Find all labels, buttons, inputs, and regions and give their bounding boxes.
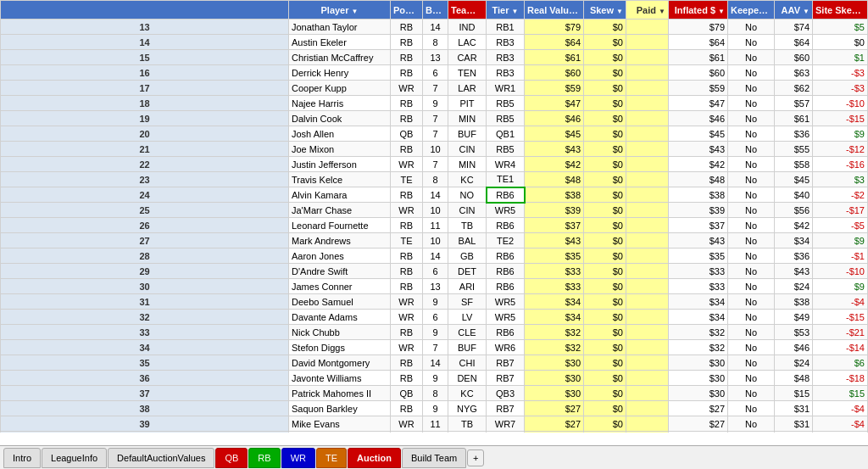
table-row[interactable]: 23Travis KelceTE8KCTE1$48$0$48No$45$3: [1, 172, 868, 187]
keeper[interactable]: No: [728, 279, 775, 294]
col-e-header[interactable]: Tier ▼: [487, 1, 525, 20]
table-row[interactable]: 38Saquon BarkleyRB9NYGRB7$27$0$27No$31-$…: [1, 401, 868, 416]
keeper[interactable]: No: [728, 111, 775, 126]
sort-icon-skew[interactable]: ▼: [616, 8, 623, 15]
paid[interactable]: [626, 340, 669, 355]
keeper[interactable]: No: [728, 432, 775, 433]
paid[interactable]: [626, 187, 669, 203]
table-row[interactable]: 32Davante AdamsWR6LVWR5$34$0$34No$49-$15: [1, 310, 868, 325]
paid[interactable]: [626, 310, 669, 325]
sort-icon-team[interactable]: ▼: [477, 8, 484, 15]
sort-icon-pos[interactable]: ▼: [413, 8, 420, 15]
tab-buildteam[interactable]: Build Team: [402, 448, 466, 468]
table-row[interactable]: 14Austin EkelerRB8LACRB3$64$0$64No$64$0: [1, 35, 868, 50]
paid[interactable]: [626, 81, 669, 96]
sort-icon-realvalue[interactable]: ▼: [576, 8, 583, 15]
paid[interactable]: [626, 355, 669, 371]
table-row[interactable]: 25Ja'Marr ChaseWR10CINWR5$39$0$39No$56-$…: [1, 203, 868, 218]
paid[interactable]: [626, 294, 669, 310]
table-row[interactable]: 34Stefon DiggsWR7BUFWR6$32$0$32No$46-$14: [1, 340, 868, 355]
keeper[interactable]: No: [728, 355, 775, 371]
paid[interactable]: [626, 35, 669, 50]
paid[interactable]: [626, 233, 669, 248]
paid[interactable]: [626, 172, 669, 187]
col-i-header[interactable]: Inflated $ ▼: [669, 1, 728, 20]
paid[interactable]: [626, 416, 669, 432]
col-k-header[interactable]: AAV ▼: [775, 1, 813, 20]
paid[interactable]: [626, 111, 669, 126]
tab-defaultauctionvalues[interactable]: DefaultAuctionValues: [108, 448, 214, 468]
paid[interactable]: [626, 325, 669, 340]
keeper[interactable]: No: [728, 203, 775, 218]
keeper[interactable]: No: [728, 386, 775, 401]
keeper[interactable]: No: [728, 20, 775, 35]
table-row[interactable]: 21Joe MixonRB10CINRB5$43$0$43No$55-$12: [1, 142, 868, 157]
keeper[interactable]: No: [728, 416, 775, 432]
keeper[interactable]: No: [728, 142, 775, 157]
keeper[interactable]: No: [728, 81, 775, 96]
tab-te[interactable]: TE: [316, 448, 347, 468]
paid[interactable]: [626, 401, 669, 416]
sort-icon-player[interactable]: ▼: [352, 8, 359, 15]
table-row[interactable]: 33Nick ChubbRB9CLERB6$32$0$32No$53-$21: [1, 325, 868, 340]
sort-icon-tier[interactable]: ▼: [512, 8, 519, 15]
paid[interactable]: [626, 371, 669, 386]
paid[interactable]: [626, 203, 669, 218]
keeper[interactable]: No: [728, 233, 775, 248]
paid[interactable]: [626, 50, 669, 65]
keeper[interactable]: No: [728, 325, 775, 340]
tab-leagueinfo[interactable]: LeagueInfo: [42, 448, 107, 468]
col-b-header[interactable]: Pos ▼: [391, 1, 423, 20]
keeper[interactable]: No: [728, 248, 775, 264]
table-row[interactable]: 28Aaron JonesRB14GBRB6$35$0$35No$36-$1: [1, 248, 868, 264]
keeper[interactable]: No: [728, 96, 775, 111]
table-row[interactable]: 26Leonard FournetteRB11TBRB6$37$0$37No$4…: [1, 218, 868, 233]
keeper[interactable]: No: [728, 218, 775, 233]
col-l-header[interactable]: Site Skew ▼: [813, 1, 868, 20]
sort-icon-aav[interactable]: ▼: [803, 8, 810, 15]
table-row[interactable]: 16Derrick HenryRB6TENRB3$60$0$60No$63-$3: [1, 65, 868, 81]
sort-icon-siteskew[interactable]: ▼: [861, 8, 867, 15]
tab-auction[interactable]: Auction: [348, 448, 401, 468]
paid[interactable]: [626, 248, 669, 264]
sort-icon-keeper[interactable]: ▼: [771, 8, 774, 15]
table-row[interactable]: 27Mark AndrewsTE10BALTE2$43$0$43No$34$9: [1, 233, 868, 248]
table-row[interactable]: 31Deebo SamuelWR9SFWR5$34$0$34No$38-$4: [1, 294, 868, 310]
keeper[interactable]: No: [728, 50, 775, 65]
keeper[interactable]: No: [728, 310, 775, 325]
paid[interactable]: [626, 386, 669, 401]
col-g-header[interactable]: Skew ▼: [584, 1, 626, 20]
paid[interactable]: [626, 264, 669, 279]
keeper[interactable]: No: [728, 126, 775, 142]
table-row[interactable]: 36Javonte WilliamsRB9DENRB7$30$0$30No$48…: [1, 371, 868, 386]
keeper[interactable]: No: [728, 294, 775, 310]
paid[interactable]: [626, 96, 669, 111]
col-f-header[interactable]: Real Value ▼: [525, 1, 584, 20]
paid[interactable]: [626, 20, 669, 35]
paid[interactable]: [626, 65, 669, 81]
col-d-header[interactable]: Team ▼: [448, 1, 487, 20]
table-row[interactable]: 37Patrick Mahomes IIQB8KCQB3$30$0$30No$1…: [1, 386, 868, 401]
table-row[interactable]: 13Jonathan TaylorRB14INDRB1$79$0$79No$74…: [1, 20, 868, 35]
col-c-header[interactable]: Bye ▼: [423, 1, 448, 20]
sort-icon-inflated[interactable]: ▼: [718, 8, 725, 15]
table-row[interactable]: 17Cooper KuppWR7LARWR1$59$0$59No$62-$3: [1, 81, 868, 96]
table-row[interactable]: 22Justin JeffersonWR7MINWR4$42$0$42No$58…: [1, 157, 868, 172]
sort-icon-paid[interactable]: ▼: [659, 8, 665, 15]
paid[interactable]: [626, 157, 669, 172]
table-row[interactable]: 40CeeDee LambWR9DALWR7$27$0$27No$42-$15: [1, 432, 868, 433]
tab-wr[interactable]: WR: [281, 448, 315, 468]
keeper[interactable]: No: [728, 187, 775, 203]
col-h-header[interactable]: Paid ▼: [626, 1, 669, 20]
table-row[interactable]: 24Alvin KamaraRB14NORB6$38$0$38No$40-$2: [1, 187, 868, 203]
keeper[interactable]: No: [728, 65, 775, 81]
table-row[interactable]: 39Mike EvansWR11TBWR7$27$0$27No$31-$4: [1, 416, 868, 432]
table-row[interactable]: 29D'Andre SwiftRB6DETRB6$33$0$33No$43-$1…: [1, 264, 868, 279]
table-row[interactable]: 18Najee HarrisRB9PITRB5$47$0$47No$57-$10: [1, 96, 868, 111]
table-row[interactable]: 30James ConnerRB13ARIRB6$33$0$33No$24$9: [1, 279, 868, 294]
col-a-header[interactable]: Player ▼: [289, 1, 391, 20]
paid[interactable]: [626, 142, 669, 157]
keeper[interactable]: No: [728, 172, 775, 187]
table-row[interactable]: 19Dalvin CookRB7MINRB5$46$0$46No$61-$15: [1, 111, 868, 126]
keeper[interactable]: No: [728, 371, 775, 386]
